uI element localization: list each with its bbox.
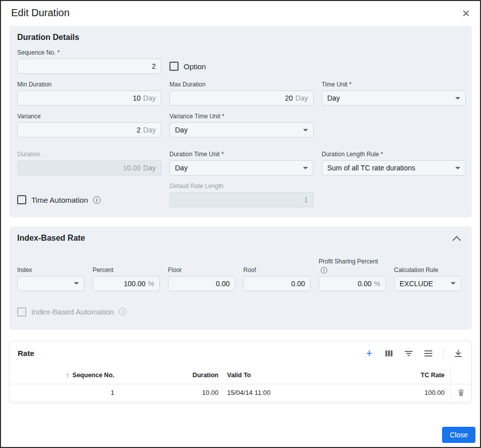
duration-length-rule-field: Duration Length Rule * Sum of all TC rat… <box>322 151 466 175</box>
sequence-no-field: Sequence No. * 2 <box>17 49 161 74</box>
duration-time-unit-label: Duration Time Unit * <box>169 151 314 158</box>
time-automation-row: Time Automation i <box>17 192 161 207</box>
chevron-down-icon <box>303 129 308 131</box>
variance-time-unit-label: Variance Time Unit * <box>169 113 314 120</box>
toolbar-divider <box>443 349 444 358</box>
duration-value: 10.00 <box>123 164 141 172</box>
index-based-automation-row: Index-Based Automation i <box>17 304 464 320</box>
index-select[interactable] <box>17 276 84 291</box>
sequence-no-header-label: Sequence No. <box>72 372 114 379</box>
dialog-footer: Close <box>1 427 480 447</box>
floor-label: Floor <box>168 266 235 274</box>
columns-icon[interactable] <box>384 348 394 359</box>
chevron-down-icon <box>74 282 79 285</box>
min-duration-value: 10 <box>133 94 141 102</box>
percent-input[interactable]: 100.00 % <box>93 276 160 291</box>
info-icon[interactable]: i <box>93 196 101 204</box>
max-duration-field: Max Duration 20 Day <box>169 81 314 106</box>
chevron-down-icon <box>455 97 460 100</box>
chevron-down-icon <box>455 167 460 169</box>
delete-row-icon[interactable] <box>457 388 465 397</box>
calculation-rule-field: Calculation Rule EXCLUDE <box>394 266 461 291</box>
duration-label: Duration <box>17 151 161 158</box>
sort-ascending-icon[interactable]: ↑ <box>66 371 69 379</box>
variance-field: Variance 2 Day <box>17 113 161 138</box>
option-label: Option <box>184 62 206 71</box>
info-icon[interactable]: i <box>321 267 327 274</box>
page-title: Edit Duration <box>11 7 70 19</box>
variance-time-unit-select[interactable]: Day <box>169 122 314 138</box>
profit-sharing-percent-field: Profit Sharing Percenti 0.00 % <box>319 258 386 291</box>
duration-length-rule-label: Duration Length Rule * <box>322 151 466 158</box>
duration-details-title: Duration Details <box>17 33 464 42</box>
variance-label: Variance <box>17 113 161 120</box>
table-row[interactable]: 1 10.00 15/04/14 11:00 100.00 <box>10 384 471 402</box>
max-duration-input[interactable]: 20 Day <box>169 91 314 106</box>
roof-value: 0.00 <box>291 280 305 288</box>
download-icon[interactable] <box>453 348 463 359</box>
duration-length-rule-select[interactable]: Sum of all TC rate durations <box>322 160 466 175</box>
column-header-valid-to[interactable]: Valid To <box>218 372 251 379</box>
percent-field: Percent 100.00 % <box>93 266 160 291</box>
variance-input[interactable]: 2 Day <box>17 122 161 138</box>
close-button[interactable]: Close <box>442 427 475 443</box>
column-header-tc-rate[interactable]: TC Rate <box>421 372 450 379</box>
default-rate-length-label: Default Rate Length <box>169 183 314 190</box>
index-based-rate-section: Index-Based Rate Index Percent 100.00 % … <box>9 227 472 330</box>
column-header-sequence-no[interactable]: ↑ Sequence No. <box>66 371 114 379</box>
floor-input[interactable]: 0.00 <box>168 276 235 291</box>
max-duration-value: 20 <box>285 94 293 102</box>
duration-input: 10.00 Day <box>17 160 161 175</box>
min-duration-input[interactable]: 10 Day <box>17 91 161 106</box>
time-unit-value: Day <box>327 94 340 102</box>
time-unit-select[interactable]: Day <box>322 91 466 106</box>
duration-unit: Day <box>143 164 156 172</box>
chevron-down-icon <box>451 282 456 285</box>
roof-label: Roof <box>243 266 311 274</box>
option-checkbox[interactable] <box>169 62 179 71</box>
option-checkbox-row: Option <box>169 59 314 74</box>
roof-input[interactable]: 0.00 <box>243 276 311 291</box>
chevron-down-icon <box>303 167 308 169</box>
default-rate-length-value: 1 <box>304 196 308 204</box>
roof-field: Roof 0.00 <box>243 266 311 291</box>
variance-time-unit-field: Variance Time Unit * Day <box>169 113 314 138</box>
index-based-rate-title: Index-Based Rate <box>17 234 85 243</box>
duration-time-unit-select[interactable]: Day <box>169 160 314 175</box>
min-duration-unit: Day <box>143 94 156 102</box>
close-icon[interactable]: × <box>462 8 470 18</box>
filter-icon[interactable] <box>404 348 414 359</box>
duration-length-rule-value: Sum of all TC rate durations <box>327 164 415 172</box>
default-rate-length-field: Default Rate Length 1 <box>169 183 314 207</box>
time-automation-checkbox[interactable] <box>17 195 26 204</box>
dialog-header: Edit Duration × <box>1 1 480 23</box>
column-header-duration[interactable]: Duration <box>193 372 218 379</box>
index-based-automation-checkbox <box>17 307 26 317</box>
min-duration-field: Min Duration 10 Day <box>17 81 161 106</box>
variance-unit: Day <box>143 126 156 134</box>
collapse-chevron-up-icon[interactable] <box>452 236 461 245</box>
percent-unit: % <box>148 280 154 288</box>
rate-card: Rate + ↑ Sequence N <box>9 341 472 404</box>
sequence-no-input[interactable]: 2 <box>17 59 161 74</box>
profit-sharing-percent-input[interactable]: 0.00 % <box>319 276 386 291</box>
row-sequence-no: 1 <box>111 389 114 396</box>
time-unit-field: Time Unit * Day <box>322 81 466 106</box>
rate-title: Rate <box>18 349 34 357</box>
add-row-icon[interactable]: + <box>364 348 374 359</box>
sequence-no-label: Sequence No. * <box>17 49 161 56</box>
duration-time-unit-value: Day <box>175 164 188 172</box>
row-valid-to: 15/04/14 11:00 <box>218 389 271 396</box>
row-density-icon[interactable] <box>423 348 433 359</box>
column-header-actions <box>450 367 471 384</box>
index-based-automation-label: Index-Based Automation <box>31 307 114 316</box>
profit-sharing-percent-label: Profit Sharing Percenti <box>319 258 386 274</box>
time-automation-label: Time Automation <box>31 196 88 204</box>
calculation-rule-select[interactable]: EXCLUDE <box>394 276 461 291</box>
variance-value: 2 <box>137 126 141 134</box>
profit-sharing-percent-unit: % <box>374 280 380 288</box>
rate-toolbar: + <box>364 348 463 359</box>
floor-value: 0.00 <box>216 280 230 288</box>
rate-table-header: ↑ Sequence No. Duration Valid To TC Rate <box>10 367 471 384</box>
duration-details-section: Duration Details Sequence No. * 2 Option… <box>9 26 472 217</box>
